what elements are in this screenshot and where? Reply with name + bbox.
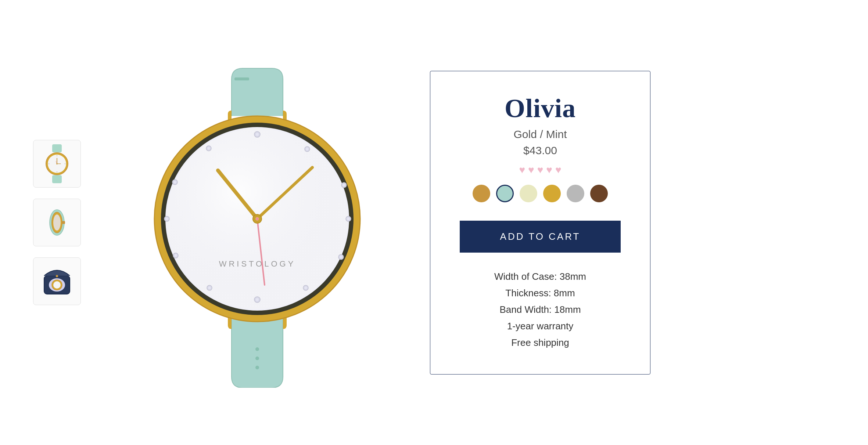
svg-rect-0 xyxy=(52,144,62,152)
svg-point-54 xyxy=(208,147,210,150)
swatch-gold-cream[interactable] xyxy=(520,185,537,202)
swatch-gold-mint[interactable] xyxy=(496,185,514,202)
swatch-gold-brown[interactable] xyxy=(473,185,490,202)
swatch-brown[interactable] xyxy=(590,185,608,202)
svg-rect-15 xyxy=(62,221,65,224)
page-wrapper: WRISTOLOGY Olivia Gold / Mint xyxy=(0,0,868,445)
detail-free-shipping: Free shipping xyxy=(511,337,569,348)
heart-2: ♥ xyxy=(528,164,534,176)
detail-warranty: 1-year warranty xyxy=(507,321,574,332)
svg-point-34 xyxy=(306,148,309,151)
heart-3: ♥ xyxy=(537,164,544,176)
svg-point-36 xyxy=(343,184,345,187)
detail-band-width: Band Width: 18mm xyxy=(499,304,581,315)
svg-point-52 xyxy=(174,181,176,184)
product-variant: Gold / Mint xyxy=(513,128,567,141)
svg-point-14 xyxy=(53,214,61,231)
add-to-cart-button[interactable]: ADD TO CART xyxy=(460,221,621,253)
heart-1: ♥ xyxy=(519,164,525,176)
svg-point-5 xyxy=(57,171,58,173)
svg-point-44 xyxy=(256,298,259,301)
thumbnail-1[interactable] xyxy=(33,140,81,188)
detail-case-width: Width of Case: 38mm xyxy=(494,271,586,282)
svg-point-50 xyxy=(166,218,168,220)
rating-hearts: ♥ ♥ ♥ ♥ ♥ xyxy=(519,164,561,176)
swatch-silver[interactable] xyxy=(567,185,584,202)
watch-display: WRISTOLOGY xyxy=(132,57,382,388)
svg-point-6 xyxy=(49,163,50,164)
product-details: Width of Case: 38mm Thickness: 8mm Band … xyxy=(460,271,621,348)
main-product-image: WRISTOLOGY xyxy=(107,57,408,388)
swatch-yellow-gold[interactable] xyxy=(543,185,561,202)
svg-point-42 xyxy=(305,287,307,289)
svg-text:WRISTOLOGY: WRISTOLOGY xyxy=(219,259,296,268)
product-layout: WRISTOLOGY Olivia Gold / Mint xyxy=(0,0,868,445)
svg-point-46 xyxy=(208,287,211,289)
thumbnail-column xyxy=(29,140,85,305)
svg-point-4 xyxy=(57,155,58,156)
svg-point-24 xyxy=(255,347,259,351)
product-price: $43.00 xyxy=(523,144,557,157)
product-name: Olivia xyxy=(505,93,576,124)
heart-5: ♥ xyxy=(555,164,562,176)
svg-point-38 xyxy=(347,218,350,220)
svg-point-32 xyxy=(256,133,259,136)
thumbnail-3[interactable] xyxy=(33,257,81,305)
svg-point-7 xyxy=(65,163,66,164)
svg-point-40 xyxy=(340,256,342,258)
svg-point-19 xyxy=(53,281,61,289)
svg-point-11 xyxy=(56,163,58,164)
svg-rect-1 xyxy=(52,175,62,183)
color-swatches xyxy=(473,185,608,202)
heart-4: ♥ xyxy=(546,164,552,176)
detail-thickness: Thickness: 8mm xyxy=(505,287,575,299)
svg-rect-20 xyxy=(56,275,58,277)
svg-point-48 xyxy=(175,254,177,257)
svg-rect-21 xyxy=(234,77,249,80)
svg-point-22 xyxy=(255,357,259,360)
product-info-panel: Olivia Gold / Mint $43.00 ♥ ♥ ♥ ♥ ♥ ADD … xyxy=(430,71,650,375)
svg-point-23 xyxy=(255,366,259,369)
thumbnail-2[interactable] xyxy=(33,199,81,246)
svg-point-61 xyxy=(256,217,259,220)
